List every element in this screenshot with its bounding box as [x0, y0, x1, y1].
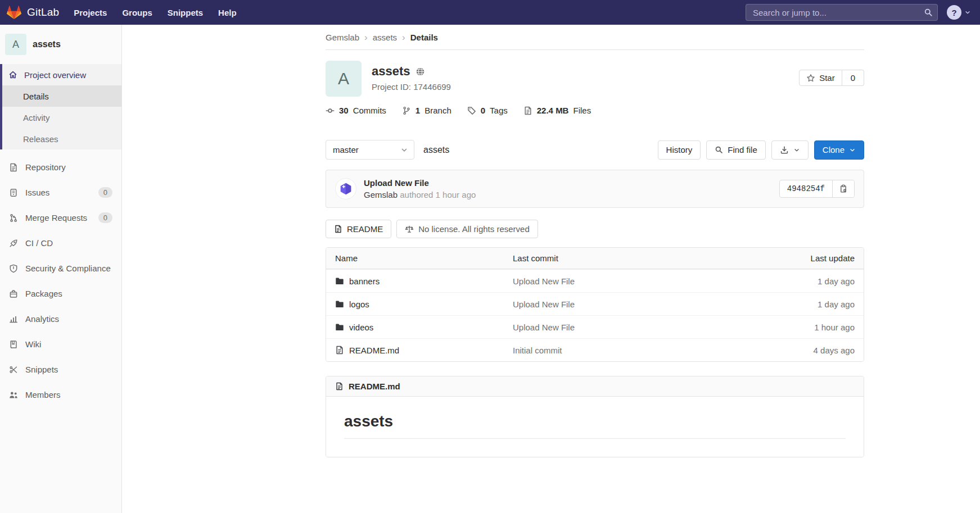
gitlab-logo[interactable]: GitLab	[7, 6, 59, 20]
license-button[interactable]: No license. All rights reserved	[396, 220, 538, 238]
file-link[interactable]: README.md	[349, 346, 399, 355]
package-icon	[9, 289, 18, 298]
star-button-group: Star 0	[799, 70, 864, 86]
find-file-button[interactable]: Find file	[706, 140, 766, 160]
readme-rendered-content: assets	[326, 397, 864, 457]
project-id: Project ID: 17446699	[372, 82, 451, 92]
top-navbar: GitLab Projects Groups Snippets Help ?	[0, 0, 980, 25]
sidebar-item-ci-cd[interactable]: CI / CD	[0, 230, 121, 256]
main-content: Gemslab › assets › Details A assets Proj…	[122, 25, 980, 513]
last-update-time: 1 hour ago	[759, 323, 855, 332]
home-icon	[8, 70, 17, 79]
merge-request-icon	[9, 214, 18, 223]
stat-label: Files	[573, 106, 591, 115]
commit-message-link[interactable]: Upload New File	[513, 299, 575, 309]
sidebar-item-label: Security & Compliance	[25, 264, 111, 273]
sidebar-item-members[interactable]: Members	[0, 382, 121, 407]
breadcrumb-separator: ›	[364, 33, 368, 42]
sidebar-item-snippets[interactable]: Snippets	[0, 357, 121, 382]
repo-path[interactable]: assets	[423, 145, 449, 155]
sidebar-item-repository[interactable]: Repository	[0, 155, 121, 180]
sidebar-item-wiki[interactable]: Wiki	[0, 332, 121, 357]
help-dropdown[interactable]: ?	[947, 5, 971, 20]
sidebar-item-merge-requests[interactable]: Merge Requests 0	[0, 205, 121, 230]
clone-label: Clone	[823, 145, 844, 155]
sidebar-item-label: CI / CD	[25, 238, 53, 248]
help-icon[interactable]: ?	[947, 5, 961, 20]
stat-branches[interactable]: 1 Branch	[402, 106, 451, 115]
file-link[interactable]: logos	[349, 299, 369, 309]
project-sidebar: A assets Project overview Details Activi…	[0, 25, 122, 513]
commit-message-link[interactable]: Upload New File	[513, 323, 575, 332]
tag-icon	[467, 106, 476, 115]
readme-filename-link[interactable]: README.md	[349, 382, 400, 391]
breadcrumb-project-link[interactable]: assets	[373, 33, 397, 42]
breadcrumb-current-page: Details	[410, 33, 438, 42]
commit-message-link[interactable]: Initial commit	[513, 346, 562, 355]
commit-icon	[326, 106, 335, 115]
search-icon[interactable]	[924, 8, 933, 17]
search-icon	[715, 146, 723, 154]
table-row: videos Upload New File 1 hour ago	[326, 315, 864, 338]
menu-help[interactable]: Help	[218, 8, 237, 17]
stat-tags[interactable]: 0 Tags	[467, 106, 508, 115]
chart-icon	[9, 315, 18, 324]
sidebar-item-details[interactable]: Details	[0, 85, 121, 107]
file-link[interactable]: videos	[349, 323, 373, 332]
stat-value: 0	[481, 106, 485, 115]
sidebar-item-packages[interactable]: Packages	[0, 281, 121, 306]
search-input[interactable]	[746, 4, 938, 21]
history-button[interactable]: History	[658, 140, 701, 160]
last-commit-panel: Upload New File Gemslab authored 1 hour …	[326, 170, 864, 208]
issues-count-badge: 0	[98, 187, 112, 198]
page-title: assets	[372, 64, 410, 79]
commit-title-link[interactable]: Upload New File	[364, 178, 476, 188]
gem-avatar-icon	[339, 182, 353, 196]
stat-value: 22.4 MB	[537, 106, 569, 115]
star-button[interactable]: Star	[799, 70, 842, 86]
avatar[interactable]	[335, 178, 356, 199]
sidebar-item-label: Project overview	[24, 70, 86, 80]
sidebar-item-label: Packages	[25, 289, 62, 298]
stat-commits[interactable]: 30 Commits	[326, 106, 386, 115]
copy-sha-button[interactable]	[833, 180, 854, 197]
commit-message-link[interactable]: Upload New File	[513, 276, 575, 286]
last-update-time: 4 days ago	[759, 346, 855, 355]
sidebar-item-project-overview[interactable]: Project overview	[0, 64, 121, 85]
scissors-icon	[9, 365, 18, 374]
file-size-icon	[523, 106, 532, 115]
column-header-name: Name	[335, 253, 513, 263]
clipboard-icon	[839, 184, 848, 193]
sidebar-item-releases[interactable]: Releases	[0, 128, 121, 149]
shield-icon	[9, 264, 18, 273]
menu-projects[interactable]: Projects	[74, 8, 107, 17]
readme-button-label: README	[347, 224, 383, 234]
stat-label: Commits	[353, 106, 386, 115]
readme-heading: assets	[344, 412, 846, 439]
people-icon	[9, 391, 18, 399]
sidebar-project-header[interactable]: A assets	[0, 31, 121, 64]
column-header-last-update: Last update	[759, 253, 855, 263]
star-count[interactable]: 0	[842, 70, 864, 86]
branch-selector[interactable]: master	[326, 140, 414, 160]
readme-button[interactable]: README	[326, 220, 391, 238]
file-link[interactable]: banners	[349, 276, 380, 286]
sidebar-item-label: Snippets	[25, 365, 58, 374]
stat-files[interactable]: 22.4 MB Files	[523, 106, 591, 115]
menu-groups[interactable]: Groups	[122, 8, 152, 17]
download-button[interactable]	[771, 140, 809, 160]
tree-controls: master assets History Find file Clo	[326, 140, 864, 160]
menu-snippets[interactable]: Snippets	[168, 8, 203, 17]
breadcrumb-group-link[interactable]: Gemslab	[326, 33, 359, 42]
sidebar-item-security-compliance[interactable]: Security & Compliance	[0, 256, 121, 281]
star-icon	[806, 74, 815, 83]
sidebar-item-issues[interactable]: Issues 0	[0, 180, 121, 205]
sidebar-item-activity[interactable]: Activity	[0, 107, 121, 128]
clone-button[interactable]: Clone	[814, 140, 864, 160]
sidebar-item-analytics[interactable]: Analytics	[0, 306, 121, 332]
sidebar-item-label: Wiki	[25, 339, 41, 349]
tanuki-icon	[7, 6, 21, 20]
last-update-time: 1 day ago	[759, 276, 855, 286]
commit-author-link[interactable]: Gemslab	[364, 190, 398, 199]
repo-meta-buttons: README No license. All rights reserved	[326, 220, 864, 238]
